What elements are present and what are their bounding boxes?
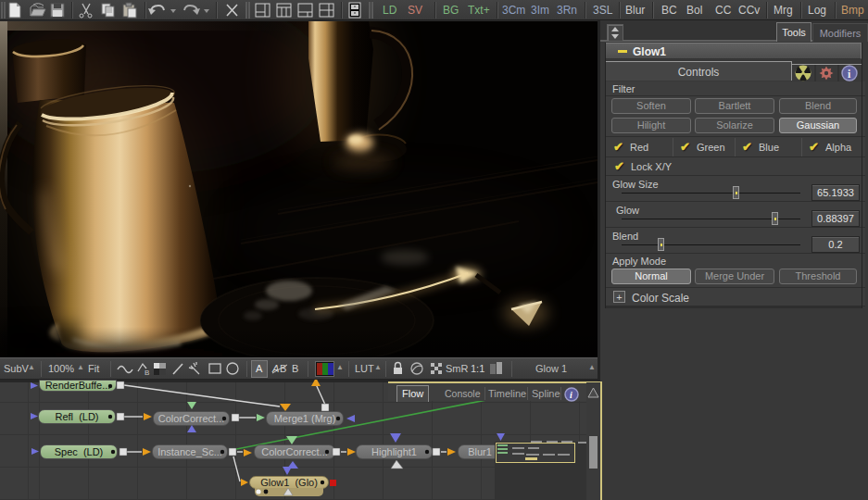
svg-text:B: B (145, 369, 149, 377)
svg-text:i: i (570, 390, 572, 400)
